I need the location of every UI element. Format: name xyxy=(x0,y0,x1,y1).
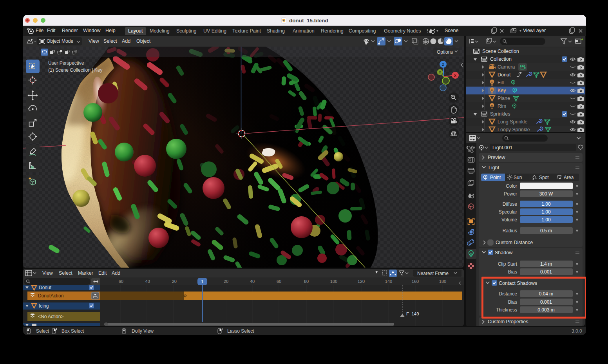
svg-text:Options: Options xyxy=(437,49,453,55)
svg-text:20: 20 xyxy=(224,279,228,284)
svg-text:120: 120 xyxy=(358,279,365,284)
svg-text:0.5 m: 0.5 m xyxy=(540,228,552,234)
svg-text:0.001: 0.001 xyxy=(540,269,552,275)
svg-text:Volume: Volume xyxy=(501,217,517,223)
svg-text:Plane: Plane xyxy=(498,96,510,101)
svg-text:1.4 m: 1.4 m xyxy=(540,261,552,267)
svg-text:1: 1 xyxy=(201,279,204,284)
svg-text:Spot: Spot xyxy=(539,175,549,180)
svg-text:-20: -20 xyxy=(170,279,177,284)
svg-text:Area: Area xyxy=(564,175,574,180)
svg-text:F_149: F_149 xyxy=(406,311,419,316)
svg-text:Donut: Donut xyxy=(498,72,511,78)
svg-text:Point: Point xyxy=(490,175,501,180)
svg-text:Sprinkles: Sprinkles xyxy=(490,111,510,117)
svg-text:Bias: Bias xyxy=(508,269,517,275)
svg-text:Icing: Icing xyxy=(39,303,49,309)
svg-text:Scene Collection: Scene Collection xyxy=(482,49,519,54)
svg-text:Sun: Sun xyxy=(514,175,522,180)
svg-text:Marker: Marker xyxy=(78,270,93,276)
svg-text:Z: Z xyxy=(442,62,444,67)
svg-text:Key: Key xyxy=(498,88,506,93)
svg-text:Diffuse: Diffuse xyxy=(503,201,517,207)
svg-text:Edit: Edit xyxy=(98,270,107,276)
svg-text:100: 100 xyxy=(330,279,337,284)
svg-text:Camera: Camera xyxy=(498,64,515,70)
svg-text:Specular: Specular xyxy=(499,209,517,215)
svg-text:Light.001: Light.001 xyxy=(492,145,512,150)
svg-text:(1) Scene Collection | Key: (1) Scene Collection | Key xyxy=(48,67,103,73)
svg-text:<No Action>: <No Action> xyxy=(38,314,63,319)
svg-text:160: 160 xyxy=(412,279,419,284)
svg-text:Power: Power xyxy=(504,191,517,197)
svg-text:Custom Distance: Custom Distance xyxy=(496,240,533,245)
svg-text:-40: -40 xyxy=(144,279,150,284)
svg-text:Shadow: Shadow xyxy=(495,250,513,255)
svg-text:User Perspective: User Perspective xyxy=(48,60,84,66)
svg-text:Clip Start: Clip Start xyxy=(498,261,518,267)
svg-text:X: X xyxy=(454,73,457,78)
svg-text:Nearest Frame: Nearest Frame xyxy=(417,271,449,276)
svg-text:Fill: Fill xyxy=(498,80,504,85)
svg-text:DonutAction: DonutAction xyxy=(38,293,63,299)
svg-text:View: View xyxy=(42,270,53,276)
svg-text:1.00: 1.00 xyxy=(541,201,551,207)
svg-text:Radius: Radius xyxy=(503,228,517,234)
svg-text:Loopy Sprinkle: Loopy Sprinkle xyxy=(498,127,530,132)
svg-text:Custom Properties: Custom Properties xyxy=(488,319,528,324)
svg-text:140: 140 xyxy=(385,279,392,284)
svg-text:60: 60 xyxy=(277,279,281,284)
svg-text:180: 180 xyxy=(439,279,446,284)
svg-text:-60: -60 xyxy=(117,279,123,284)
svg-text:Rim: Rim xyxy=(498,103,506,109)
svg-text:300 W: 300 W xyxy=(539,191,553,197)
svg-text:Y: Y xyxy=(439,71,441,74)
svg-text:40: 40 xyxy=(250,279,255,284)
svg-text:Add: Add xyxy=(112,270,120,276)
svg-text:1.00: 1.00 xyxy=(541,217,551,223)
svg-text:Light: Light xyxy=(489,165,499,170)
svg-text:80: 80 xyxy=(304,279,309,284)
svg-text:Donut: Donut xyxy=(39,285,52,290)
svg-text:Long Sprinkle: Long Sprinkle xyxy=(498,119,527,125)
svg-text:Color: Color xyxy=(506,183,517,189)
svg-text:Collection: Collection xyxy=(490,56,512,62)
svg-text:Select: Select xyxy=(59,270,72,276)
svg-text:1.00: 1.00 xyxy=(541,209,551,215)
svg-text:Preview: Preview xyxy=(488,155,505,160)
